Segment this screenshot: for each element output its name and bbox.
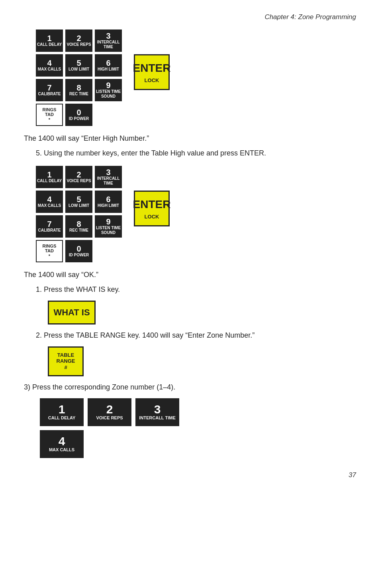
page-header: Chapter 4: Zone Programming — [24, 12, 356, 22]
key2-5: 5 LOW LIMIT — [65, 191, 92, 213]
key-8: 8 REC TIME — [65, 79, 92, 101]
key2-0: 0 ID POWER — [65, 240, 92, 262]
key-0: 0 ID POWER — [65, 104, 92, 126]
key2-6: 6 HIGH LIMIT — [95, 191, 122, 213]
enter-key-1: ENTER LOCK — [134, 54, 170, 90]
key-rings-tad: RINGSTAD* — [36, 104, 63, 126]
step-3: 3) Press the corresponding Zone number (… — [24, 382, 356, 393]
key-2: 2 VOICE REPS — [65, 29, 92, 52]
zone-keys-row1: 1 CALL DELAY 2 VOICE REPS 3 INTERCALL TI… — [40, 398, 356, 426]
keypad-grid-1: 1 CALL DELAY 2 VOICE REPS 3 INTERCALL TI… — [36, 29, 122, 126]
key-empty — [95, 104, 122, 126]
key2-3: 3 INTERCALL TIME — [95, 166, 122, 188]
chapter-title: Chapter 4: Zone Programming — [264, 13, 356, 21]
text-enter-high: The 1400 will say “Enter High Number.” — [24, 133, 356, 144]
enter-key-2-container: ENTER LOCK — [134, 188, 170, 226]
step-5: 5. Using the number keys, enter the Tabl… — [36, 148, 356, 159]
zone-key-1: 1 CALL DELAY — [40, 398, 84, 426]
zone-key-3: 3 INTERCALL TIME — [135, 398, 179, 426]
key2-2: 2 VOICE REPS — [65, 166, 92, 188]
keypad-diagram-1: 1 CALL DELAY 2 VOICE REPS 3 INTERCALL TI… — [36, 29, 356, 126]
key-9: 9 LISTEN TIME SOUND — [95, 79, 122, 101]
key2-7: 7 CALIBRATE — [36, 215, 63, 238]
zone-key-2: 2 VOICE REPS — [88, 398, 131, 426]
key-6: 6 HIGH LIMIT — [95, 54, 122, 77]
key-5: 5 LOW LIMIT — [65, 54, 92, 77]
key2-4: 4 MAX CALLS — [36, 191, 63, 213]
key2-8: 8 REC TIME — [65, 215, 92, 238]
page-number: 37 — [24, 470, 356, 480]
key2-1: 1 CALL DELAY — [36, 166, 63, 188]
what-is-key: WHAT IS — [48, 301, 96, 324]
enter-key-1-container: ENTER LOCK — [134, 52, 170, 90]
text-ok: The 1400 will say “OK.” — [24, 269, 356, 280]
key2-9: 9 LISTEN TIME SOUND — [95, 215, 122, 238]
key-1: 1 CALL DELAY — [36, 29, 63, 52]
keypad-grid-2: 1 CALL DELAY 2 VOICE REPS 3 INTERCALL TI… — [36, 166, 122, 262]
enter-key-2: ENTER LOCK — [134, 191, 170, 226]
table-range-key: TABLE RANGE # — [48, 346, 84, 376]
key2-rings-tad: RINGSTAD* — [36, 240, 63, 262]
zone-key-4: 4 MAX CALLS — [40, 430, 84, 458]
key-7: 7 CALIBRATE — [36, 79, 63, 101]
step-1: 1. Press the WHAT IS key. — [36, 284, 356, 295]
key2-empty — [95, 240, 122, 262]
keypad-diagram-2: 1 CALL DELAY 2 VOICE REPS 3 INTERCALL TI… — [36, 166, 356, 262]
step-2: 2. Press the TABLE RANGE key. 1400 will … — [36, 330, 356, 341]
key-4: 4 MAX CALLS — [36, 54, 63, 77]
key-3: 3 INTERCALL TIME — [95, 29, 122, 52]
